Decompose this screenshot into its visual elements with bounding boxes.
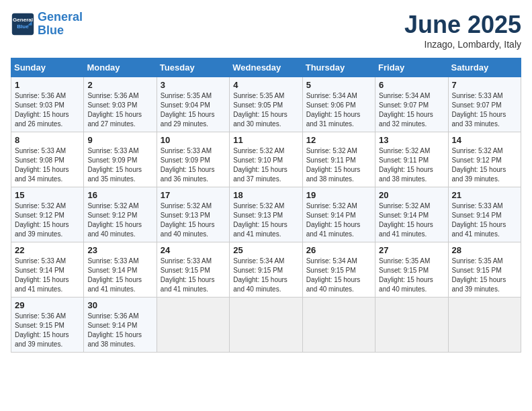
- logo: General Blue GeneralBlue: [11, 11, 83, 38]
- day-number: 23: [87, 245, 152, 255]
- day-info: Sunrise: 5:32 AM Sunset: 9:11 PM Dayligh…: [379, 146, 444, 184]
- day-number: 14: [452, 135, 517, 145]
- calendar-cell: 27 Sunrise: 5:35 AM Sunset: 9:15 PM Dayl…: [375, 242, 448, 298]
- calendar-cell: [448, 298, 521, 353]
- day-info: Sunrise: 5:33 AM Sunset: 9:14 PM Dayligh…: [15, 257, 80, 294]
- weekday-header-row: SundayMondayTuesdayWednesdayThursdayFrid…: [11, 58, 521, 77]
- day-number: 3: [161, 80, 226, 90]
- weekday-header-sunday: Sunday: [11, 58, 84, 77]
- calendar-cell: 26 Sunrise: 5:34 AM Sunset: 9:15 PM Dayl…: [302, 242, 375, 298]
- calendar-cell: 24 Sunrise: 5:33 AM Sunset: 9:15 PM Dayl…: [157, 242, 229, 298]
- calendar-cell: 3 Sunrise: 5:35 AM Sunset: 9:04 PM Dayli…: [157, 77, 229, 132]
- day-info: Sunrise: 5:32 AM Sunset: 9:12 PM Dayligh…: [87, 201, 152, 239]
- day-number: 16: [87, 190, 152, 200]
- calendar-cell: 16 Sunrise: 5:32 AM Sunset: 9:12 PM Dayl…: [84, 187, 157, 242]
- day-info: Sunrise: 5:35 AM Sunset: 9:05 PM Dayligh…: [233, 91, 298, 129]
- calendar-cell: 7 Sunrise: 5:33 AM Sunset: 9:07 PM Dayli…: [448, 77, 521, 132]
- weekday-header-thursday: Thursday: [302, 58, 375, 77]
- calendar-week-row: 29 Sunrise: 5:36 AM Sunset: 9:15 PM Dayl…: [11, 298, 521, 353]
- calendar-cell: 13 Sunrise: 5:32 AM Sunset: 9:11 PM Dayl…: [375, 132, 448, 187]
- day-number: 12: [306, 135, 371, 145]
- day-info: Sunrise: 5:34 AM Sunset: 9:15 PM Dayligh…: [233, 257, 298, 294]
- calendar-cell: 23 Sunrise: 5:33 AM Sunset: 9:14 PM Dayl…: [84, 242, 157, 298]
- calendar-cell: 30 Sunrise: 5:36 AM Sunset: 9:14 PM Dayl…: [84, 298, 157, 353]
- day-number: 27: [379, 245, 444, 255]
- day-info: Sunrise: 5:34 AM Sunset: 9:06 PM Dayligh…: [306, 91, 371, 129]
- day-number: 22: [15, 245, 80, 255]
- title-area: June 2025 Inzago, Lombardy, Italy: [404, 11, 521, 50]
- month-title: June 2025: [404, 11, 521, 39]
- day-info: Sunrise: 5:33 AM Sunset: 9:09 PM Dayligh…: [87, 146, 152, 184]
- day-info: Sunrise: 5:33 AM Sunset: 9:14 PM Dayligh…: [87, 257, 152, 294]
- weekday-header-wednesday: Wednesday: [230, 58, 302, 77]
- day-info: Sunrise: 5:36 AM Sunset: 9:03 PM Dayligh…: [87, 91, 152, 129]
- day-number: 13: [379, 135, 444, 145]
- day-number: 2: [87, 80, 152, 90]
- day-info: Sunrise: 5:32 AM Sunset: 9:10 PM Dayligh…: [233, 146, 298, 184]
- calendar-cell: [157, 298, 229, 353]
- day-number: 7: [452, 80, 517, 90]
- weekday-header-saturday: Saturday: [448, 58, 521, 77]
- day-number: 8: [15, 135, 80, 145]
- day-number: 29: [15, 300, 80, 310]
- day-info: Sunrise: 5:32 AM Sunset: 9:14 PM Dayligh…: [379, 201, 444, 239]
- calendar-cell: [302, 298, 375, 353]
- calendar-cell: [230, 298, 302, 353]
- calendar-cell: 11 Sunrise: 5:32 AM Sunset: 9:10 PM Dayl…: [230, 132, 302, 187]
- calendar-cell: 28 Sunrise: 5:35 AM Sunset: 9:15 PM Dayl…: [448, 242, 521, 298]
- day-number: 6: [379, 80, 444, 90]
- page-header: General Blue GeneralBlue June 2025 Inzag…: [11, 11, 521, 50]
- day-info: Sunrise: 5:32 AM Sunset: 9:13 PM Dayligh…: [161, 201, 226, 239]
- calendar-cell: 20 Sunrise: 5:32 AM Sunset: 9:14 PM Dayl…: [375, 187, 448, 242]
- calendar-cell: 19 Sunrise: 5:32 AM Sunset: 9:14 PM Dayl…: [302, 187, 375, 242]
- calendar-table: SundayMondayTuesdayWednesdayThursdayFrid…: [11, 58, 521, 353]
- calendar-cell: 5 Sunrise: 5:34 AM Sunset: 9:06 PM Dayli…: [302, 77, 375, 132]
- svg-text:General: General: [13, 17, 33, 23]
- svg-text:Blue: Blue: [17, 24, 29, 30]
- calendar-cell: 18 Sunrise: 5:32 AM Sunset: 9:13 PM Dayl…: [230, 187, 302, 242]
- calendar-week-row: 1 Sunrise: 5:36 AM Sunset: 9:03 PM Dayli…: [11, 77, 521, 132]
- calendar-cell: 8 Sunrise: 5:33 AM Sunset: 9:08 PM Dayli…: [11, 132, 84, 187]
- calendar-cell: 21 Sunrise: 5:33 AM Sunset: 9:14 PM Dayl…: [448, 187, 521, 242]
- day-info: Sunrise: 5:33 AM Sunset: 9:07 PM Dayligh…: [452, 91, 517, 129]
- day-number: 30: [87, 300, 152, 310]
- calendar-cell: 1 Sunrise: 5:36 AM Sunset: 9:03 PM Dayli…: [11, 77, 84, 132]
- calendar-cell: 17 Sunrise: 5:32 AM Sunset: 9:13 PM Dayl…: [157, 187, 229, 242]
- day-info: Sunrise: 5:32 AM Sunset: 9:12 PM Dayligh…: [15, 201, 80, 239]
- day-info: Sunrise: 5:32 AM Sunset: 9:12 PM Dayligh…: [452, 146, 517, 184]
- logo-text: GeneralBlue: [38, 11, 83, 38]
- day-info: Sunrise: 5:33 AM Sunset: 9:14 PM Dayligh…: [452, 201, 517, 239]
- day-info: Sunrise: 5:36 AM Sunset: 9:14 PM Dayligh…: [87, 312, 152, 349]
- day-number: 21: [452, 190, 517, 200]
- day-info: Sunrise: 5:33 AM Sunset: 9:09 PM Dayligh…: [161, 146, 226, 184]
- calendar-week-row: 8 Sunrise: 5:33 AM Sunset: 9:08 PM Dayli…: [11, 132, 521, 187]
- day-number: 28: [452, 245, 517, 255]
- logo-icon: General Blue: [11, 12, 35, 36]
- calendar-cell: 12 Sunrise: 5:32 AM Sunset: 9:11 PM Dayl…: [302, 132, 375, 187]
- day-info: Sunrise: 5:36 AM Sunset: 9:15 PM Dayligh…: [15, 312, 80, 349]
- calendar-cell: 25 Sunrise: 5:34 AM Sunset: 9:15 PM Dayl…: [230, 242, 302, 298]
- calendar-week-row: 15 Sunrise: 5:32 AM Sunset: 9:12 PM Dayl…: [11, 187, 521, 242]
- day-number: 9: [87, 135, 152, 145]
- day-info: Sunrise: 5:32 AM Sunset: 9:14 PM Dayligh…: [306, 201, 371, 239]
- day-info: Sunrise: 5:36 AM Sunset: 9:03 PM Dayligh…: [15, 91, 80, 129]
- day-number: 19: [306, 190, 371, 200]
- day-info: Sunrise: 5:35 AM Sunset: 9:04 PM Dayligh…: [161, 91, 226, 129]
- day-info: Sunrise: 5:35 AM Sunset: 9:15 PM Dayligh…: [379, 257, 444, 294]
- day-number: 26: [306, 245, 371, 255]
- day-number: 24: [161, 245, 226, 255]
- day-info: Sunrise: 5:35 AM Sunset: 9:15 PM Dayligh…: [452, 257, 517, 294]
- day-number: 25: [233, 245, 298, 255]
- calendar-cell: 9 Sunrise: 5:33 AM Sunset: 9:09 PM Dayli…: [84, 132, 157, 187]
- day-info: Sunrise: 5:33 AM Sunset: 9:15 PM Dayligh…: [161, 257, 226, 294]
- day-number: 18: [233, 190, 298, 200]
- weekday-header-tuesday: Tuesday: [157, 58, 229, 77]
- weekday-header-friday: Friday: [375, 58, 448, 77]
- day-info: Sunrise: 5:32 AM Sunset: 9:11 PM Dayligh…: [306, 146, 371, 184]
- day-number: 15: [15, 190, 80, 200]
- weekday-header-monday: Monday: [84, 58, 157, 77]
- day-number: 1: [15, 80, 80, 90]
- day-info: Sunrise: 5:32 AM Sunset: 9:13 PM Dayligh…: [233, 201, 298, 239]
- calendar-cell: [375, 298, 448, 353]
- calendar-cell: 10 Sunrise: 5:33 AM Sunset: 9:09 PM Dayl…: [157, 132, 229, 187]
